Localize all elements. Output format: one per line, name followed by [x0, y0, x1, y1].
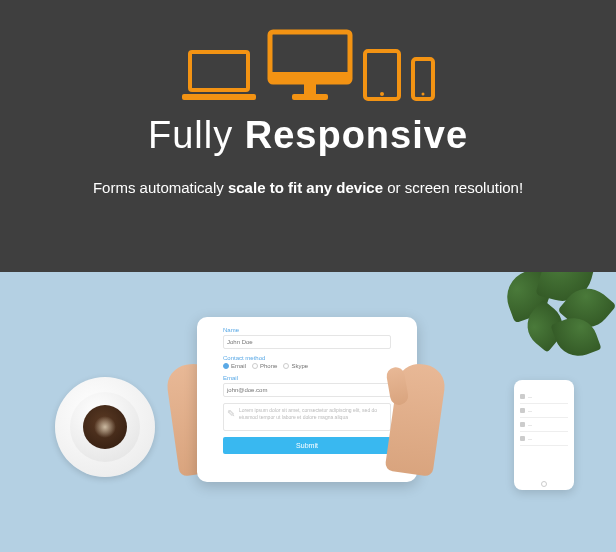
field-icon	[520, 394, 525, 399]
headline-light: Fully	[148, 114, 233, 156]
message-input: ✎ Lorem ipsum dolor sit amet, consectetu…	[223, 403, 391, 431]
laptop-icon	[180, 50, 258, 102]
hero-bottom: Name John Doe Contact method Email Phone…	[0, 272, 616, 552]
svg-rect-6	[365, 51, 399, 99]
field-icon	[520, 422, 525, 427]
name-input: John Doe	[223, 335, 391, 349]
desktop-icon	[266, 28, 354, 102]
tablet-screen: Name John Doe Contact method Email Phone…	[223, 327, 391, 472]
right-hand-illustration	[385, 361, 448, 477]
sub-pre: Forms automaticaly	[93, 179, 228, 196]
phone-icon	[410, 56, 436, 102]
svg-rect-4	[304, 82, 316, 94]
svg-point-7	[380, 92, 384, 96]
opt-phone: Phone	[252, 363, 277, 369]
name-label: Name	[223, 327, 391, 333]
radio-icon	[283, 363, 289, 369]
headline: Fully Responsive	[0, 114, 616, 157]
email-input: john@doe.com	[223, 383, 391, 397]
submit-button: Submit	[223, 437, 391, 454]
svg-rect-3	[270, 72, 350, 82]
svg-rect-5	[292, 94, 328, 100]
subheadline: Forms automaticaly scale to fit any devi…	[0, 179, 616, 196]
phone-row: —	[520, 404, 568, 418]
radio-icon	[223, 363, 229, 369]
home-button-icon	[541, 481, 547, 487]
plant-illustration	[486, 272, 616, 372]
phone-row: —	[520, 432, 568, 446]
phone-screen: — — — —	[520, 390, 568, 480]
email-label: Email	[223, 375, 391, 381]
tablet-icon	[362, 48, 402, 102]
sub-post: or screen resolution!	[383, 179, 523, 196]
field-icon	[520, 408, 525, 413]
svg-rect-1	[182, 94, 256, 100]
opt-email: Email	[223, 363, 246, 369]
field-icon	[520, 436, 525, 441]
tablet-mockup: Name John Doe Contact method Email Phone…	[197, 317, 417, 482]
chat-icon: ✎	[227, 407, 235, 427]
phone-row: —	[520, 390, 568, 404]
contact-options: Email Phone Skype	[223, 363, 391, 369]
phone-mockup: — — — —	[514, 380, 574, 490]
svg-point-9	[422, 93, 425, 96]
sub-bold: scale to fit any device	[228, 179, 383, 196]
phone-row: —	[520, 418, 568, 432]
headline-bold: Responsive	[245, 114, 468, 156]
contact-label: Contact method	[223, 355, 391, 361]
coffee-cup-illustration	[55, 377, 155, 477]
radio-icon	[252, 363, 258, 369]
devices-illustration	[0, 22, 616, 102]
svg-rect-0	[190, 52, 248, 90]
hero-top: Fully Responsive Forms automaticaly scal…	[0, 0, 616, 272]
opt-skype: Skype	[283, 363, 308, 369]
